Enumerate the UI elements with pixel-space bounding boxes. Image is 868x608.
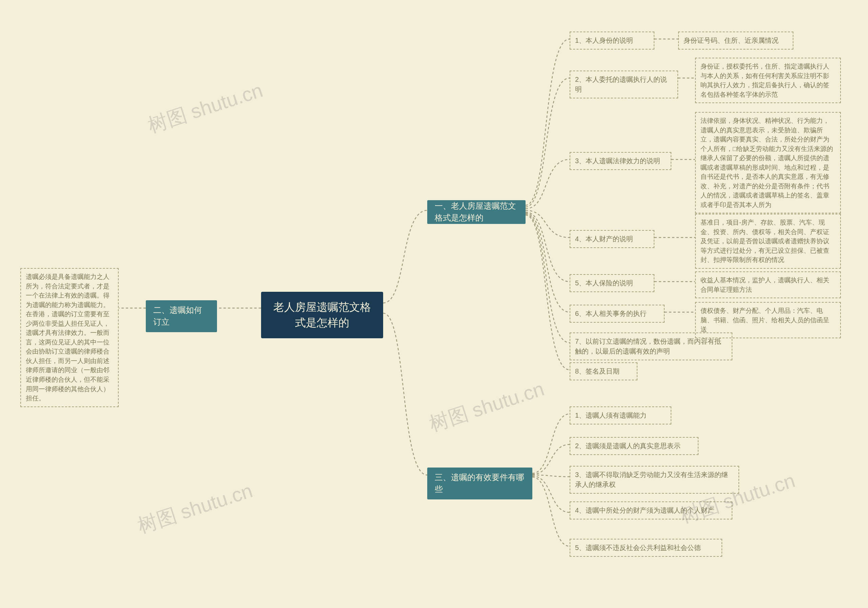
s1-n8: 8、签名及日期 xyxy=(570,362,637,380)
root-title: 老人房屋遗嘱范文格式是怎样的 xyxy=(272,299,372,331)
s1-n6: 6、本人相关事务的执行 xyxy=(570,305,665,323)
s1-n1-detail-text: 身份证号码、住所、近亲属情况 xyxy=(684,36,778,45)
s1-n2: 2、本人委托的遗嘱执行人的说明 xyxy=(570,71,678,98)
s3-n4-text: 4、遗嘱中所处分的财产须为遗嘱人的个人财产 xyxy=(575,505,715,515)
s3-n5-text: 5、遗嘱须不违反社会公共利益和社会公德 xyxy=(575,543,701,553)
s1-n2-detail-text: 身份证，授权委托书，住所、指定遗嘱执行人与本人的关系，如有任何利害关系应注明不影… xyxy=(701,62,835,99)
s1-n7: 7、以前订立遗嘱的情况，数份遗嘱，而内容有抵触的，以最后的遗嘱有效的声明 xyxy=(570,333,732,360)
s3-n1-text: 1、遗嘱人须有遗嘱能力 xyxy=(575,411,646,420)
s1-n5: 5、本人保险的说明 xyxy=(570,274,654,292)
branch-2[interactable]: 二、遗嘱如何订立 xyxy=(146,300,217,332)
s1-n8-label: 8、签名及日期 xyxy=(575,367,620,376)
s1-n1-label: 1、本人身份的说明 xyxy=(575,36,633,45)
s3-n3: 3、遗嘱不得取消缺乏劳动能力又没有生活来源的继承人的继承权 xyxy=(570,466,739,494)
s1-n1-detail: 身份证号码、住所、近亲属情况 xyxy=(678,31,794,50)
s1-n3: 3、本人遗嘱法律效力的说明 xyxy=(570,152,671,170)
s3-n4: 4、遗嘱中所处分的财产须为遗嘱人的个人财产 xyxy=(570,501,732,519)
branch-1-label: 一、老人房屋遗嘱范文格式是怎样的 xyxy=(435,200,518,224)
s3-n1: 1、遗嘱人须有遗嘱能力 xyxy=(570,406,671,425)
section2-detail: 遗嘱必须是具备遗嘱能力之人所为，符合法定要式者，才是一个在法律上有效的遗嘱。得为… xyxy=(20,268,119,407)
s3-n2-text: 2、遗嘱须是遗嘱人的真实意思表示 xyxy=(575,441,680,451)
s1-n1: 1、本人身份的说明 xyxy=(570,31,654,50)
s1-n2-label: 2、本人委托的遗嘱执行人的说明 xyxy=(575,75,673,94)
root-node[interactable]: 老人房屋遗嘱范文格式是怎样的 xyxy=(261,292,383,338)
watermark: 树图 shutu.cn xyxy=(145,77,266,140)
section2-detail-text: 遗嘱必须是具备遗嘱能力之人所为，符合法定要式者，才是一个在法律上有效的遗嘱。得为… xyxy=(26,272,113,403)
branch-1[interactable]: 一、老人房屋遗嘱范文格式是怎样的 xyxy=(427,200,525,224)
s1-n6-detail-text: 债权债务、财产分配、个人用品：汽车、电脑、书籍、信函、照片、给相关人员的信函呈送 xyxy=(701,306,835,334)
s1-n5-detail-text: 收益人基本情况，监护人，遗嘱执行人、相关合同单证理赔方法 xyxy=(701,275,835,294)
s1-n4: 4、本人财产的说明 xyxy=(570,230,654,248)
s3-n3-text: 3、遗嘱不得取消缺乏劳动能力又没有生活来源的继承人的继承权 xyxy=(575,470,734,490)
s1-n3-detail-text: 法律依据，身体状况、精神状况、行为能力，遗嘱人的真实意思表示，未受胁迫、欺骗所立… xyxy=(701,116,835,209)
s1-n3-label: 3、本人遗嘱法律效力的说明 xyxy=(575,156,660,166)
branch-2-label: 二、遗嘱如何订立 xyxy=(153,304,209,328)
s1-n3-detail: 法律依据，身体状况、精神状况、行为能力，遗嘱人的真实意思表示，未受胁迫、欺骗所立… xyxy=(695,112,841,213)
s1-n2-detail: 身份证，授权委托书，住所、指定遗嘱执行人与本人的关系，如有任何利害关系应注明不影… xyxy=(695,58,841,103)
s1-n7-label: 7、以前订立遗嘱的情况，数份遗嘱，而内容有抵触的，以最后的遗嘱有效的声明 xyxy=(575,337,727,356)
watermark: 树图 shutu.cn xyxy=(426,376,547,438)
s1-n4-detail-text: 基准日，项目-房产、存款、股票、汽车、现金、投资、所内、债权等，相关合同、产权证… xyxy=(701,218,835,264)
s1-n4-detail: 基准日，项目-房产、存款、股票、汽车、现金、投资、所内、债权等，相关合同、产权证… xyxy=(695,214,841,269)
branch-3[interactable]: 三、遗嘱的有效要件有哪些 xyxy=(427,468,532,499)
s3-n2: 2、遗嘱须是遗嘱人的真实意思表示 xyxy=(570,437,699,455)
s3-n5: 5、遗嘱须不违反社会公共利益和社会公德 xyxy=(570,539,722,557)
watermark: 树图 shutu.cn xyxy=(135,478,256,540)
s1-n6-label: 6、本人相关事务的执行 xyxy=(575,309,646,319)
s1-n5-detail: 收益人基本情况，监护人，遗嘱执行人、相关合同单证理赔方法 xyxy=(695,271,841,298)
s1-n4-label: 4、本人财产的说明 xyxy=(575,234,633,244)
s1-n5-label: 5、本人保险的说明 xyxy=(575,278,633,288)
branch-3-label: 三、遗嘱的有效要件有哪些 xyxy=(435,472,525,495)
